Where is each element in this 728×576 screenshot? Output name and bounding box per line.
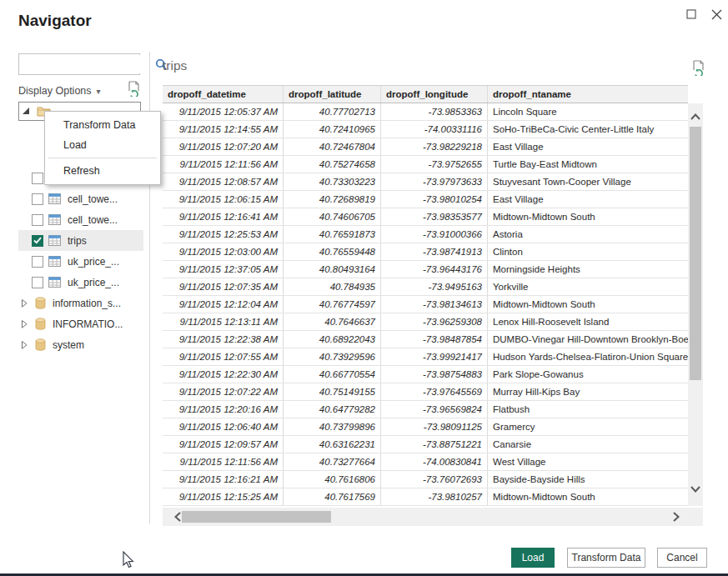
table-cell: 40.73277664 (284, 453, 381, 470)
collapsed-arrow-icon[interactable] (22, 341, 30, 349)
table-icon (48, 277, 61, 288)
nav-tree: cell_towe... cell_towe... cell_towe... t… (18, 168, 143, 355)
tree-item-table[interactable]: cell_towe... (18, 188, 143, 209)
table-cell: Midtown-Midtown South (488, 488, 688, 505)
table-checkbox[interactable] (32, 235, 43, 247)
table-cell: -73.97645569 (381, 383, 488, 400)
close-icon (711, 9, 722, 20)
table-row: 9/11/2015 12:14:55 AM40.72410965-74.0033… (163, 121, 688, 138)
context-menu-item[interactable]: Load (45, 135, 160, 155)
column-header[interactable]: dropoff_latitude (284, 86, 381, 103)
table-checkbox[interactable] (32, 277, 43, 288)
table-row: 9/11/2015 12:08:57 AM40.73303223-73.9797… (163, 173, 688, 191)
table-cell: 40.73799896 (284, 418, 381, 435)
column-header[interactable]: dropoff_ntaname (488, 86, 688, 103)
table-icon (48, 214, 61, 225)
table-icon (48, 235, 61, 246)
table-cell: Stuyvesant Town-Cooper Village (488, 173, 688, 190)
table-cell: 40.68922043 (284, 331, 381, 348)
table-cell: -73.98487854 (381, 331, 488, 348)
table-row: 9/11/2015 12:22:30 AM40.66770554-73.9875… (163, 366, 688, 383)
table-cell: 40.72410965 (284, 121, 381, 138)
horizontal-scrollbar[interactable] (163, 508, 703, 526)
table-cell: Astoria (488, 226, 688, 243)
scroll-up-icon[interactable] (688, 110, 703, 123)
table-cell: 9/11/2015 12:07:20 AM (163, 138, 284, 155)
cancel-button[interactable]: Cancel (657, 548, 707, 568)
table-cell: 40.72689819 (284, 191, 381, 208)
table-cell: 40.74606705 (284, 208, 381, 225)
table-cell: Hudson Yards-Chelsea-Flatiron-Union Squa… (488, 348, 688, 365)
search-box (18, 53, 140, 75)
tree-item-database[interactable]: INFORMATIO... (18, 313, 143, 334)
tree-item-label: information_s... (53, 298, 121, 309)
vertical-scrollbar-thumb[interactable] (690, 127, 701, 380)
horizontal-scrollbar-thumb[interactable] (182, 511, 331, 523)
table-cell: 40.7646637 (284, 313, 381, 330)
tree-item-table[interactable]: uk_price_... (18, 251, 143, 272)
tree-item-table[interactable]: trips (18, 230, 143, 251)
maximize-button[interactable] (680, 5, 702, 23)
column-header[interactable]: dropoff_longitude (381, 86, 488, 103)
table-cell: 40.72467804 (284, 138, 381, 155)
display-options-dropdown[interactable]: Display Options ▾ (18, 83, 101, 99)
table-cell: 9/11/2015 12:22:38 AM (163, 331, 284, 348)
table-cell: 9/11/2015 12:06:40 AM (163, 418, 284, 435)
table-row: 9/11/2015 12:06:40 AM40.73799896-73.9809… (163, 418, 688, 436)
table-row: 9/11/2015 12:05:37 AM40.77702713-73.9853… (163, 103, 688, 121)
table-row: 9/11/2015 12:37:05 AM40.80493164-73.9644… (163, 261, 688, 278)
table-cell: 40.73303223 (284, 173, 381, 190)
table-cell: 9/11/2015 12:37:05 AM (163, 261, 284, 278)
scroll-down-icon[interactable] (688, 483, 703, 496)
load-button[interactable]: Load (511, 548, 555, 568)
table-cell: Yorkville (488, 278, 688, 295)
table-cell: 9/11/2015 12:11:56 AM (163, 453, 284, 470)
transform-data-button[interactable]: Transform Data (567, 548, 645, 568)
table-cell: 9/11/2015 12:12:04 AM (163, 296, 284, 313)
table-row: 9/11/2015 12:11:56 AM40.75274658-73.9752… (163, 156, 688, 173)
vertical-scrollbar[interactable] (688, 103, 703, 506)
table-row: 9/11/2015 12:07:20 AM40.72467804-73.9822… (163, 138, 688, 156)
table-cell: Murray Hill-Kips Bay (488, 383, 688, 400)
table-row: 9/11/2015 12:07:22 AM40.75149155-73.9764… (163, 383, 688, 401)
collapsed-arrow-icon[interactable] (22, 299, 30, 308)
collapsed-arrow-icon[interactable] (22, 320, 30, 328)
table-cell: 9/11/2015 12:20:16 AM (163, 401, 284, 418)
table-cell: -73.97973633 (381, 173, 488, 190)
table-checkbox[interactable] (32, 214, 43, 226)
table-checkbox[interactable] (32, 256, 43, 268)
context-menu-item[interactable]: Transform Data (45, 115, 160, 135)
table-row: 9/11/2015 12:11:56 AM40.73277664-74.0083… (163, 453, 688, 471)
table-cell: 9/11/2015 12:25:53 AM (163, 226, 284, 243)
tree-item-table[interactable]: uk_price_... (18, 272, 143, 293)
refresh-preview-icon[interactable] (692, 60, 706, 79)
table-cell: 40.76559448 (284, 243, 381, 260)
table-cell: 40.77702713 (284, 103, 381, 120)
table-cell: -73.98010254 (381, 191, 488, 208)
table-cell: 40.75149155 (284, 383, 381, 400)
table-row: 9/11/2015 12:16:21 AM40.7616806-73.76072… (163, 471, 688, 488)
scroll-right-icon[interactable] (668, 508, 685, 526)
search-input[interactable] (19, 55, 155, 73)
context-menu-item[interactable]: Refresh (45, 161, 160, 181)
table-cell: 9/11/2015 12:06:15 AM (163, 191, 284, 208)
tree-item-database[interactable]: information_s... (18, 293, 143, 313)
table-cell: -74.00331116 (381, 121, 488, 138)
table-cell: -73.9853363 (381, 103, 488, 120)
refresh-list-icon[interactable] (128, 81, 142, 100)
table-cell: 40.784935 (284, 278, 381, 295)
table-row: 9/11/2015 12:09:57 AM40.63162231-73.8875… (163, 436, 688, 453)
tree-item-database[interactable]: system (18, 334, 143, 355)
table-cell: -73.98741913 (381, 243, 488, 260)
tree-item-label: uk_price_... (68, 256, 119, 268)
close-button[interactable] (705, 5, 727, 23)
table-cell: -73.99921417 (381, 348, 488, 365)
tree-item-table[interactable]: cell_towe... (18, 209, 143, 230)
expanded-arrow-icon (23, 108, 30, 115)
table-cell: 40.66770554 (284, 366, 381, 383)
column-header[interactable]: dropoff_datetime (163, 86, 284, 103)
table-header-row: dropoff_datetimedropoff_latitudedropoff_… (163, 85, 688, 103)
table-checkbox[interactable] (32, 193, 43, 205)
table-checkbox[interactable] (32, 173, 43, 184)
table-cell: -73.98134613 (381, 296, 488, 313)
